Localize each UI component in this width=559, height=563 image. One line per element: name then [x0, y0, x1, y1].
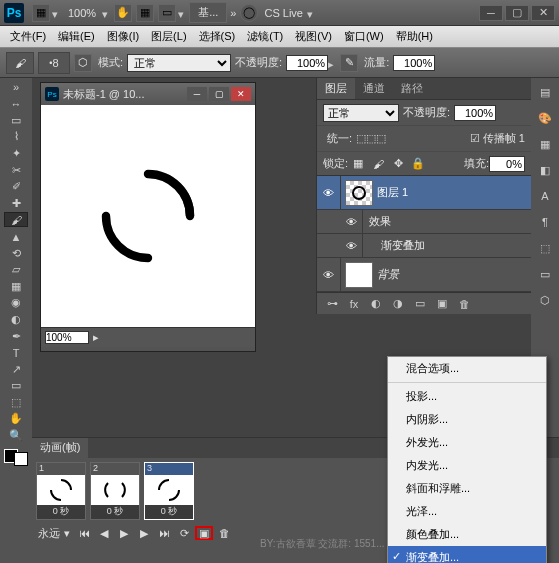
doc-close-button[interactable]: ✕	[231, 87, 251, 101]
color-swatches[interactable]	[4, 449, 28, 466]
maximize-button[interactable]: ▢	[505, 5, 529, 21]
menu-view[interactable]: 视图(V)	[289, 29, 338, 44]
layer-effects-row[interactable]: 👁 效果	[317, 210, 531, 234]
layer-name[interactable]: 背景	[377, 267, 399, 282]
lock-pixels-icon[interactable]: 🖌	[370, 156, 386, 172]
opacity-input[interactable]	[286, 55, 328, 71]
hand-icon[interactable]: ✋	[114, 4, 132, 22]
tab-paths[interactable]: 路径	[393, 78, 431, 99]
doc-maximize-button[interactable]: ▢	[209, 87, 229, 101]
menu-layer[interactable]: 图层(L)	[145, 29, 192, 44]
visibility-icon[interactable]: 👁	[317, 176, 341, 209]
panel-icon[interactable]: A	[535, 186, 555, 206]
status-arrow-icon[interactable]: ▸	[93, 331, 99, 344]
minimize-button[interactable]: ─	[479, 5, 503, 21]
menu-item-inner-glow[interactable]: 内发光...	[388, 454, 546, 477]
blend-mode-select[interactable]: 正常	[127, 54, 231, 72]
menu-select[interactable]: 选择(S)	[193, 29, 242, 44]
stamp-tool[interactable]: ▲	[4, 229, 28, 244]
folder-icon[interactable]: ▭	[410, 295, 430, 313]
animation-tab-label[interactable]: 动画(帧)	[32, 438, 88, 458]
layer-effect-item[interactable]: 👁 渐变叠加	[317, 234, 531, 258]
trash-frame-button[interactable]: 🗑	[215, 526, 233, 540]
lasso-tool[interactable]: ⌇	[4, 130, 28, 145]
grid-icon[interactable]: ▦	[136, 4, 154, 22]
panel-icon[interactable]: ▤	[535, 82, 555, 102]
visibility-icon[interactable]: 👁	[341, 234, 363, 257]
frame[interactable]: 2 0 秒	[90, 462, 140, 520]
layer-row[interactable]: 👁 图层 1	[317, 176, 531, 210]
eyedropper-tool[interactable]: ✐	[4, 179, 28, 194]
menu-image[interactable]: 图像(I)	[101, 29, 145, 44]
view-icon[interactable]: ▭	[158, 4, 176, 22]
doc-minimize-button[interactable]: ─	[187, 87, 207, 101]
first-frame-button[interactable]: ⏮	[75, 526, 93, 540]
menu-item-satin[interactable]: 光泽...	[388, 500, 546, 523]
layer-name[interactable]: 图层 1	[377, 185, 408, 200]
new-layer-icon[interactable]: ▣	[432, 295, 452, 313]
panel-icon[interactable]: ⬡	[535, 290, 555, 310]
panel-icon[interactable]: ◧	[535, 160, 555, 180]
menu-item-outer-glow[interactable]: 外发光...	[388, 431, 546, 454]
prev-frame-button[interactable]: ◀	[95, 526, 113, 540]
workspace-tab[interactable]: 基...	[189, 2, 227, 23]
frame[interactable]: 3 0 秒	[144, 462, 194, 520]
loop-select[interactable]: 永远	[38, 526, 60, 541]
healing-tool[interactable]: ✚	[4, 196, 28, 211]
unify-icon[interactable]: ⬚	[376, 132, 386, 145]
tab-channels[interactable]: 通道	[355, 78, 393, 99]
next-frame-button[interactable]: ▶	[135, 526, 153, 540]
fill-input[interactable]	[489, 156, 525, 172]
dodge-tool[interactable]: ◐	[4, 312, 28, 327]
last-frame-button[interactable]: ⏭	[155, 526, 173, 540]
cslive-icon[interactable]: ◯	[240, 4, 258, 22]
layer-blend-select[interactable]: 正常	[323, 104, 399, 122]
shape-tool[interactable]: ▭	[4, 378, 28, 393]
menu-item-gradient-overlay[interactable]: ✓渐变叠加...	[388, 546, 546, 563]
menu-window[interactable]: 窗口(W)	[338, 29, 390, 44]
mask-icon[interactable]: ◐	[366, 295, 386, 313]
visibility-icon[interactable]: 👁	[341, 210, 363, 233]
menu-item-inner-shadow[interactable]: 内阴影...	[388, 408, 546, 431]
brush-tool[interactable]: 🖌	[4, 212, 28, 227]
menu-item-color-overlay[interactable]: 颜色叠加...	[388, 523, 546, 546]
flow-input[interactable]	[393, 55, 435, 71]
play-button[interactable]: ▶	[115, 526, 133, 540]
eraser-tool[interactable]: ▱	[4, 263, 28, 278]
brush-panel-icon[interactable]: ⬡	[74, 54, 92, 72]
layer-row[interactable]: 👁 背景	[317, 258, 531, 292]
tab-layers[interactable]: 图层	[317, 78, 355, 99]
dropdown-icon[interactable]: ▸	[328, 58, 338, 68]
fx-icon[interactable]: fx	[344, 295, 364, 313]
visibility-icon[interactable]: 👁	[317, 258, 341, 291]
trash-icon[interactable]: 🗑	[454, 295, 474, 313]
dropdown-icon[interactable]: ▾	[307, 8, 317, 18]
lock-pos-icon[interactable]: ✥	[390, 156, 406, 172]
panel-icon[interactable]: ▭	[535, 264, 555, 284]
menu-edit[interactable]: 编辑(E)	[52, 29, 101, 44]
dropdown-icon[interactable]: ▾	[52, 8, 62, 18]
frame-delay[interactable]: 0 秒	[37, 505, 85, 519]
unify-icon[interactable]: ⬚	[356, 132, 366, 145]
hand-tool[interactable]: ✋	[4, 411, 28, 426]
zoom-input[interactable]	[45, 331, 89, 344]
panel-icon[interactable]: ¶	[535, 212, 555, 232]
crop-tool[interactable]: ✂	[4, 163, 28, 178]
frame-delay[interactable]: 0 秒	[145, 505, 193, 519]
path-tool[interactable]: ↗	[4, 362, 28, 377]
link-icon[interactable]: ⊶	[322, 295, 342, 313]
panel-icon[interactable]: ▦	[535, 134, 555, 154]
menu-filter[interactable]: 滤镜(T)	[241, 29, 289, 44]
tool-preset-icon[interactable]: 🖌	[6, 52, 34, 74]
close-button[interactable]: ✕	[531, 5, 555, 21]
lock-trans-icon[interactable]: ▦	[350, 156, 366, 172]
menu-help[interactable]: 帮助(H)	[390, 29, 439, 44]
cslive-label[interactable]: CS Live	[264, 7, 303, 19]
zoom-tool[interactable]: 🔍	[4, 428, 28, 443]
document-titlebar[interactable]: Ps 未标题-1 @ 10... ─ ▢ ✕	[41, 83, 255, 105]
panel-icon[interactable]: ⬚	[535, 238, 555, 258]
layer-thumb[interactable]	[345, 180, 373, 206]
dropdown-icon[interactable]: ▾	[102, 8, 112, 18]
menu-item-drop-shadow[interactable]: 投影...	[388, 385, 546, 408]
canvas[interactable]	[41, 105, 255, 327]
